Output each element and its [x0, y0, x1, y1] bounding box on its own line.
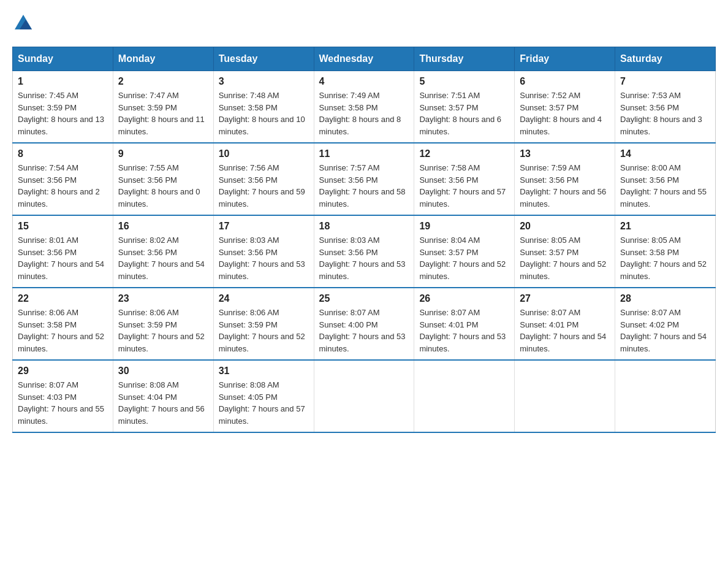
- day-number: 3: [219, 76, 309, 87]
- calendar-cell: [615, 360, 716, 432]
- day-number: 1: [18, 76, 108, 87]
- calendar-cell: 28 Sunrise: 8:07 AMSunset: 4:02 PMDaylig…: [615, 288, 716, 360]
- day-number: 13: [520, 148, 610, 159]
- calendar-cell: 14 Sunrise: 8:00 AMSunset: 3:56 PMDaylig…: [615, 143, 716, 215]
- day-number: 30: [118, 366, 208, 377]
- day-info: Sunrise: 8:07 AMSunset: 4:01 PMDaylight:…: [520, 307, 610, 354]
- day-info: Sunrise: 7:57 AMSunset: 3:56 PMDaylight:…: [319, 162, 409, 210]
- calendar-cell: 22 Sunrise: 8:06 AMSunset: 3:58 PMDaylig…: [13, 288, 113, 360]
- calendar-cell: 19 Sunrise: 8:04 AMSunset: 3:57 PMDaylig…: [414, 215, 515, 288]
- day-info: Sunrise: 8:02 AMSunset: 3:56 PMDaylight:…: [118, 234, 208, 282]
- calendar-header-row: SundayMondayTuesdayWednesdayThursdayFrid…: [13, 47, 716, 71]
- col-header-wednesday: Wednesday: [314, 47, 414, 71]
- calendar-cell: [515, 360, 615, 432]
- calendar-cell: 5 Sunrise: 7:51 AMSunset: 3:57 PMDayligh…: [414, 71, 515, 144]
- logo: [12, 12, 34, 34]
- day-number: 9: [118, 148, 208, 159]
- col-header-monday: Monday: [113, 47, 213, 71]
- calendar-cell: 24 Sunrise: 8:06 AMSunset: 3:59 PMDaylig…: [213, 288, 314, 360]
- day-info: Sunrise: 7:47 AMSunset: 3:59 PMDaylight:…: [118, 90, 208, 137]
- day-info: Sunrise: 8:05 AMSunset: 3:58 PMDaylight:…: [620, 234, 710, 282]
- day-number: 2: [118, 76, 208, 87]
- day-info: Sunrise: 7:49 AMSunset: 3:58 PMDaylight:…: [319, 90, 409, 137]
- calendar-cell: 17 Sunrise: 8:03 AMSunset: 3:56 PMDaylig…: [213, 215, 314, 288]
- day-number: 11: [319, 148, 409, 159]
- calendar-cell: [414, 360, 515, 432]
- calendar-cell: 21 Sunrise: 8:05 AMSunset: 3:58 PMDaylig…: [615, 215, 716, 288]
- calendar-cell: 26 Sunrise: 8:07 AMSunset: 4:01 PMDaylig…: [414, 288, 515, 360]
- calendar-cell: 20 Sunrise: 8:05 AMSunset: 3:57 PMDaylig…: [515, 215, 615, 288]
- day-info: Sunrise: 8:00 AMSunset: 3:56 PMDaylight:…: [620, 162, 710, 210]
- calendar-cell: 15 Sunrise: 8:01 AMSunset: 3:56 PMDaylig…: [13, 215, 113, 288]
- calendar-cell: 1 Sunrise: 7:45 AMSunset: 3:59 PMDayligh…: [13, 71, 113, 144]
- calendar-cell: 3 Sunrise: 7:48 AMSunset: 3:58 PMDayligh…: [213, 71, 314, 144]
- day-info: Sunrise: 8:03 AMSunset: 3:56 PMDaylight:…: [219, 234, 309, 282]
- calendar-cell: 25 Sunrise: 8:07 AMSunset: 4:00 PMDaylig…: [314, 288, 414, 360]
- page-header: [12, 12, 716, 34]
- day-number: 20: [520, 221, 610, 232]
- day-info: Sunrise: 7:59 AMSunset: 3:56 PMDaylight:…: [520, 162, 610, 210]
- day-number: 21: [620, 221, 710, 232]
- day-info: Sunrise: 8:06 AMSunset: 3:59 PMDaylight:…: [219, 307, 309, 354]
- calendar-cell: 31 Sunrise: 8:08 AMSunset: 4:05 PMDaylig…: [213, 360, 314, 432]
- day-info: Sunrise: 8:05 AMSunset: 3:57 PMDaylight:…: [520, 234, 610, 282]
- day-info: Sunrise: 7:51 AMSunset: 3:57 PMDaylight:…: [419, 90, 509, 137]
- day-info: Sunrise: 8:07 AMSunset: 4:02 PMDaylight:…: [620, 307, 710, 354]
- calendar-cell: 12 Sunrise: 7:58 AMSunset: 3:56 PMDaylig…: [414, 143, 515, 215]
- col-header-thursday: Thursday: [414, 47, 515, 71]
- calendar-cell: 18 Sunrise: 8:03 AMSunset: 3:56 PMDaylig…: [314, 215, 414, 288]
- day-number: 17: [219, 221, 309, 232]
- day-info: Sunrise: 7:56 AMSunset: 3:56 PMDaylight:…: [219, 162, 309, 210]
- day-number: 24: [219, 293, 309, 304]
- day-info: Sunrise: 8:07 AMSunset: 4:00 PMDaylight:…: [319, 307, 409, 354]
- day-number: 4: [319, 76, 409, 87]
- calendar-cell: 9 Sunrise: 7:55 AMSunset: 3:56 PMDayligh…: [113, 143, 213, 215]
- day-number: 18: [319, 221, 409, 232]
- calendar-week-row: 8 Sunrise: 7:54 AMSunset: 3:56 PMDayligh…: [13, 143, 716, 215]
- col-header-friday: Friday: [515, 47, 615, 71]
- calendar-cell: 13 Sunrise: 7:59 AMSunset: 3:56 PMDaylig…: [515, 143, 615, 215]
- calendar-cell: 7 Sunrise: 7:53 AMSunset: 3:56 PMDayligh…: [615, 71, 716, 144]
- col-header-sunday: Sunday: [13, 47, 113, 71]
- day-number: 28: [620, 293, 710, 304]
- day-info: Sunrise: 8:08 AMSunset: 4:04 PMDaylight:…: [118, 379, 208, 427]
- day-number: 26: [419, 293, 509, 304]
- calendar-cell: 8 Sunrise: 7:54 AMSunset: 3:56 PMDayligh…: [13, 143, 113, 215]
- day-info: Sunrise: 8:06 AMSunset: 3:59 PMDaylight:…: [118, 307, 208, 354]
- calendar-week-row: 22 Sunrise: 8:06 AMSunset: 3:58 PMDaylig…: [13, 288, 716, 360]
- calendar-cell: 11 Sunrise: 7:57 AMSunset: 3:56 PMDaylig…: [314, 143, 414, 215]
- day-number: 10: [219, 148, 309, 159]
- calendar-cell: 29 Sunrise: 8:07 AMSunset: 4:03 PMDaylig…: [13, 360, 113, 432]
- day-number: 12: [419, 148, 509, 159]
- day-number: 25: [319, 293, 409, 304]
- calendar-cell: 10 Sunrise: 7:56 AMSunset: 3:56 PMDaylig…: [213, 143, 314, 215]
- day-info: Sunrise: 8:01 AMSunset: 3:56 PMDaylight:…: [18, 234, 108, 282]
- day-number: 31: [219, 366, 309, 377]
- day-number: 16: [118, 221, 208, 232]
- day-info: Sunrise: 8:04 AMSunset: 3:57 PMDaylight:…: [419, 234, 509, 282]
- day-info: Sunrise: 7:48 AMSunset: 3:58 PMDaylight:…: [219, 90, 309, 137]
- logo-icon: [12, 12, 34, 34]
- day-number: 27: [520, 293, 610, 304]
- day-info: Sunrise: 7:53 AMSunset: 3:56 PMDaylight:…: [620, 90, 710, 137]
- day-number: 22: [18, 293, 108, 304]
- day-number: 7: [620, 76, 710, 87]
- calendar-cell: 6 Sunrise: 7:52 AMSunset: 3:57 PMDayligh…: [515, 71, 615, 144]
- day-info: Sunrise: 7:54 AMSunset: 3:56 PMDaylight:…: [18, 162, 108, 210]
- day-number: 8: [18, 148, 108, 159]
- calendar-cell: [314, 360, 414, 432]
- day-info: Sunrise: 8:08 AMSunset: 4:05 PMDaylight:…: [219, 379, 309, 427]
- day-number: 15: [18, 221, 108, 232]
- day-info: Sunrise: 7:58 AMSunset: 3:56 PMDaylight:…: [419, 162, 509, 210]
- calendar-cell: 16 Sunrise: 8:02 AMSunset: 3:56 PMDaylig…: [113, 215, 213, 288]
- day-info: Sunrise: 8:06 AMSunset: 3:58 PMDaylight:…: [18, 307, 108, 354]
- calendar-cell: 2 Sunrise: 7:47 AMSunset: 3:59 PMDayligh…: [113, 71, 213, 144]
- day-number: 29: [18, 366, 108, 377]
- day-info: Sunrise: 7:55 AMSunset: 3:56 PMDaylight:…: [118, 162, 208, 210]
- day-info: Sunrise: 8:07 AMSunset: 4:03 PMDaylight:…: [18, 379, 108, 427]
- calendar-cell: 30 Sunrise: 8:08 AMSunset: 4:04 PMDaylig…: [113, 360, 213, 432]
- col-header-saturday: Saturday: [615, 47, 716, 71]
- day-info: Sunrise: 7:52 AMSunset: 3:57 PMDaylight:…: [520, 90, 610, 137]
- col-header-tuesday: Tuesday: [213, 47, 314, 71]
- day-info: Sunrise: 8:03 AMSunset: 3:56 PMDaylight:…: [319, 234, 409, 282]
